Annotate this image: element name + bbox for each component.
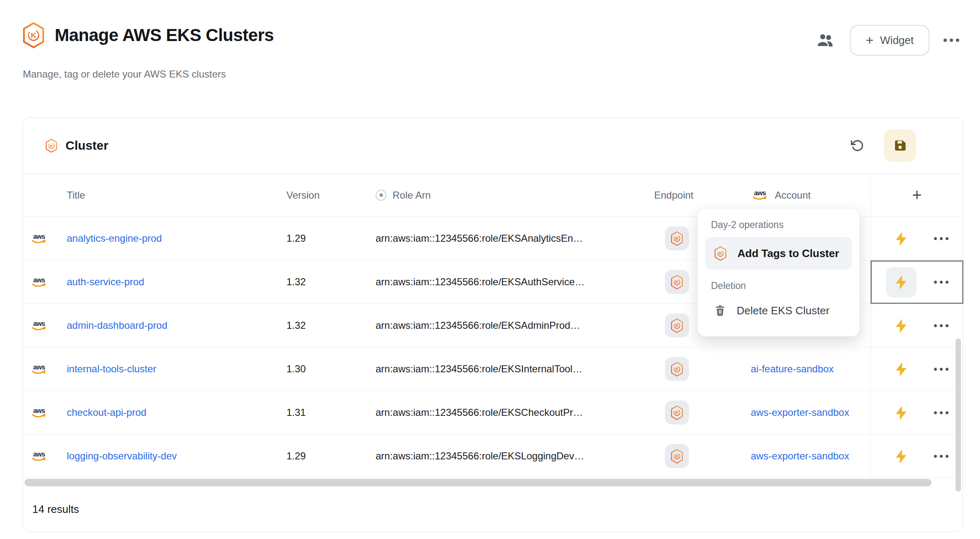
page-subtitle: Manage, tag or delete your AWS EKS clust… — [23, 68, 226, 80]
eks-icon — [21, 22, 46, 49]
row-menu-button[interactable] — [934, 281, 948, 284]
aws-icon — [30, 232, 48, 245]
radio-icon — [376, 190, 386, 201]
endpoint-badge[interactable] — [665, 226, 689, 250]
aws-icon — [30, 275, 48, 289]
cluster-version: 1.29 — [286, 233, 306, 244]
lightning-icon — [894, 275, 909, 290]
vertical-scrollbar[interactable] — [956, 338, 961, 492]
cluster-title-link[interactable]: auth-service-prod — [67, 276, 144, 288]
eks-icon — [670, 274, 684, 290]
eks-icon — [713, 246, 728, 261]
eks-icon — [670, 318, 684, 333]
cluster-role-arn: arn:aws:iam::12345566:role/EKSLoggingDev… — [376, 450, 584, 462]
quick-action-button[interactable] — [886, 311, 917, 341]
widget-footer: 14 results — [23, 486, 963, 532]
undo-icon — [851, 139, 864, 152]
page: Manage AWS EKS Clusters Manage, tag or d… — [0, 0, 980, 539]
cluster-title-link[interactable]: checkout-api-prod — [67, 407, 146, 418]
horizontal-scrollbar[interactable] — [24, 479, 931, 486]
cluster-version: 1.30 — [286, 363, 306, 375]
lightning-icon — [894, 362, 909, 377]
eks-icon — [45, 138, 58, 153]
quick-action-button[interactable] — [886, 223, 917, 254]
account-link[interactable]: ai-feature-sandbox — [751, 363, 834, 375]
row-context-menu: Day-2 operations Add Tags to Cluster Del… — [697, 208, 860, 337]
cluster-role-arn: arn:aws:iam::12345566:role/EKSAnalyticsE… — [376, 233, 583, 244]
eks-icon — [670, 231, 684, 246]
quick-action-button[interactable] — [886, 354, 917, 385]
eks-icon — [670, 449, 684, 464]
cluster-version: 1.32 — [286, 320, 306, 331]
row-menu-button[interactable] — [934, 411, 948, 414]
quick-action-button[interactable] — [886, 398, 917, 428]
cluster-role-arn: arn:aws:iam::12345566:role/EKSAdminProd… — [376, 320, 580, 331]
account-link[interactable]: aws-exporter-sandbox — [751, 407, 849, 418]
widget-header: Cluster — [23, 118, 963, 174]
cluster-version: 1.32 — [286, 276, 306, 288]
save-button[interactable] — [884, 129, 916, 162]
table-row[interactable]: internal-tools-cluster 1.30 arn:aws:iam:… — [23, 347, 963, 391]
trash-icon — [713, 304, 727, 317]
cluster-role-arn: arn:aws:iam::12345566:role/EKSCheckoutPr… — [376, 407, 583, 418]
aws-icon — [30, 449, 48, 463]
add-widget-button[interactable]: + Widget — [850, 25, 929, 56]
endpoint-badge[interactable] — [665, 444, 689, 468]
people-icon — [815, 31, 834, 50]
selected-action-cell[interactable] — [870, 260, 963, 304]
share-users-button[interactable] — [814, 29, 836, 51]
column-header-title[interactable]: Title — [67, 174, 286, 216]
aws-icon — [751, 188, 769, 202]
endpoint-badge[interactable] — [665, 401, 689, 425]
cluster-title-link[interactable]: internal-tools-cluster — [67, 363, 156, 375]
save-icon — [893, 138, 907, 153]
column-header-version[interactable]: Version — [286, 174, 376, 216]
undo-button[interactable] — [848, 136, 866, 155]
row-menu-button[interactable] — [934, 455, 948, 458]
endpoint-badge[interactable] — [665, 313, 689, 337]
row-menu-button[interactable] — [934, 237, 948, 240]
account-link[interactable]: aws-exporter-sandbox — [751, 450, 849, 462]
menu-section-label: Deletion — [705, 280, 852, 291]
cluster-role-arn: arn:aws:iam::12345566:role/EKSInternalTo… — [376, 363, 582, 375]
endpoint-badge[interactable] — [665, 270, 689, 294]
cluster-title-link[interactable]: analytics-engine-prod — [67, 233, 162, 244]
endpoint-badge[interactable] — [665, 357, 689, 381]
cluster-version: 1.29 — [286, 450, 306, 462]
lightning-icon — [894, 405, 909, 420]
page-title: Manage AWS EKS Clusters — [55, 25, 274, 45]
aws-icon — [30, 319, 48, 333]
page-header: Manage AWS EKS Clusters — [21, 22, 274, 49]
add-column-button[interactable]: + — [870, 174, 963, 216]
table-row[interactable]: logging-observability-dev 1.29 arn:aws:i… — [23, 435, 963, 478]
lightning-icon — [894, 449, 909, 464]
aws-icon — [30, 362, 48, 376]
menu-item-delete-cluster[interactable]: Delete EKS Cluster — [705, 297, 852, 324]
quick-action-button[interactable] — [886, 267, 917, 298]
row-menu-button[interactable] — [934, 368, 948, 371]
menu-item-add-tags[interactable]: Add Tags to Cluster — [705, 237, 852, 270]
top-actions: + Widget — [814, 25, 959, 56]
menu-section-label: Day-2 operations — [705, 219, 852, 231]
row-menu-button[interactable] — [934, 324, 948, 327]
cluster-version: 1.31 — [286, 407, 306, 418]
add-widget-label: Widget — [880, 34, 914, 47]
cluster-title-link[interactable]: logging-observability-dev — [67, 450, 177, 462]
results-count: 14 results — [32, 503, 79, 516]
plus-icon: + — [912, 186, 922, 204]
column-header-role-arn[interactable]: Role Arn — [376, 174, 654, 216]
quick-action-button[interactable] — [886, 441, 917, 472]
eks-icon — [670, 405, 684, 420]
table-row[interactable]: checkout-api-prod 1.31 arn:aws:iam::1234… — [23, 391, 963, 435]
lightning-icon — [894, 318, 909, 333]
lightning-icon — [894, 231, 909, 246]
aws-icon — [30, 406, 48, 420]
cluster-role-arn: arn:aws:iam::12345566:role/EKSAuthServic… — [376, 276, 585, 288]
widget-title: Cluster — [65, 138, 108, 153]
eks-icon — [670, 362, 684, 377]
more-menu-button[interactable] — [944, 39, 959, 42]
plus-icon: + — [866, 34, 873, 47]
cluster-title-link[interactable]: admin-dashboard-prod — [67, 320, 167, 331]
